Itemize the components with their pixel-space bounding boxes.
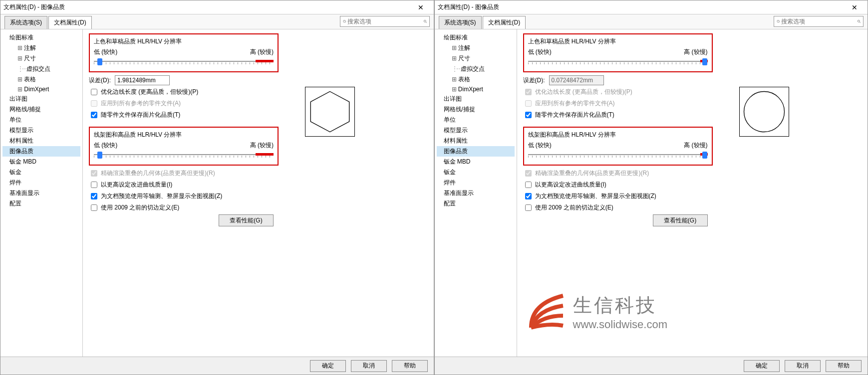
sidebar-item[interactable]: 模型显示 (2, 125, 80, 136)
wireframe-quality-group: 线架图和高品质 HLR/HLV 分辨率 低 (较快)高 (较慢) (523, 127, 713, 166)
save-tessellation-checkbox[interactable]: 随零件文件保存面片化品质(T) (89, 110, 180, 120)
window-title: 文档属性(D) - 图像品质 (3, 3, 411, 11)
search-icon (423, 18, 427, 25)
cancel-button[interactable]: 取消 (351, 360, 387, 372)
precise-render-checkbox: 精确渲染重叠的几何体(品质更高但更慢)(R) (89, 169, 215, 178)
tab-document-properties[interactable]: 文档属性(D) (483, 16, 526, 29)
sidebar-item[interactable]: 虚拟交点 (437, 64, 515, 74)
optimize-edge-checkbox: 优化边线长度 (更高品质，但较慢)(P) (523, 87, 632, 97)
sidebar-item[interactable]: 材料属性 (437, 136, 515, 146)
sidebar-item[interactable]: DimXpert (2, 85, 80, 94)
quality-preview (305, 87, 355, 137)
wireframe-slider[interactable] (94, 151, 274, 160)
shaded-slider[interactable] (528, 57, 708, 66)
wireframe-quality-group: 线架图和高品质 HLR/HLV 分辨率 低 (较快)高 (较慢) (89, 127, 279, 166)
window-title: 文档属性(D) - 图像品质 (438, 3, 845, 11)
tab-system-options[interactable]: 系统选项(S) (439, 16, 482, 29)
deviation-input (549, 75, 604, 85)
shaded-quality-group: 上色和草稿品质 HLR/HLV 分辨率 低 (较快)高 (较慢) (523, 33, 713, 72)
sidebar-item[interactable]: 图像品质 (2, 146, 80, 157)
save-tessellation-checkbox[interactable]: 随零件文件保存面片化品质(T) (523, 110, 614, 120)
deviation-label: 误差(D): (523, 76, 545, 85)
sidebar-item[interactable]: 配置 (437, 198, 515, 209)
help-button[interactable]: 帮助 (826, 360, 862, 372)
deviation-input[interactable] (115, 75, 170, 85)
sidebar-item[interactable]: 绘图标准 (437, 32, 515, 43)
sidebar-item[interactable]: 表格 (2, 74, 80, 85)
shaded-title: 上色和草稿品质 HLR/HLV 分辨率 (94, 37, 274, 46)
sidebar-item[interactable]: 焊件 (437, 178, 515, 188)
deviation-label: 误差(D): (89, 76, 111, 85)
sidebar-item[interactable]: 钣金 MBD (2, 157, 80, 167)
svg-line-4 (860, 22, 861, 23)
sidebar-item[interactable]: 注解 (437, 43, 515, 53)
search-input[interactable] (780, 17, 857, 25)
shaded-slider[interactable] (94, 57, 274, 66)
watermark: 生信科技www.solidwise.com (527, 292, 668, 332)
search-box[interactable] (774, 16, 864, 27)
sidebar: 绘图标准注解尺寸虚拟交点表格DimXpert出详图网格线/捕捉单位模型显示材料属… (435, 29, 517, 357)
gear-icon (776, 18, 780, 25)
tab-system-options[interactable]: 系统选项(S) (4, 16, 47, 29)
close-icon[interactable]: ✕ (411, 3, 431, 11)
sidebar-item[interactable]: 网格线/捕捉 (437, 104, 515, 115)
sidebar-item[interactable]: 图像品质 (437, 146, 515, 157)
quality-preview (739, 87, 789, 137)
sidebar-item[interactable]: 出详图 (437, 94, 515, 104)
sidebar-item[interactable]: 出详图 (2, 94, 80, 104)
wireframe-title: 线架图和高品质 HLR/HLV 分辨率 (94, 131, 274, 139)
ok-button[interactable]: 确定 (310, 360, 346, 372)
view-performance-button[interactable]: 查看性能(G) (219, 214, 274, 226)
sidebar-item[interactable]: 模型显示 (437, 125, 515, 136)
svg-point-3 (858, 20, 860, 22)
sidebar-item[interactable]: 基准面显示 (437, 188, 515, 198)
sidebar-item[interactable]: 焊件 (2, 178, 80, 188)
use-2009-checkbox[interactable]: 使用 2009 之前的切边定义(E) (523, 203, 613, 212)
search-icon (857, 18, 861, 25)
apply-all-checkbox: 应用到所有参考的零件文件(A) (523, 99, 615, 108)
svg-point-5 (744, 92, 784, 132)
sidebar-item[interactable]: 单位 (437, 115, 515, 125)
iso-preview-checkbox[interactable]: 为文档预览使用等轴测、整屏显示全图视图(Z) (523, 191, 656, 201)
sidebar-item[interactable]: 钣金 (2, 167, 80, 178)
sidebar-item[interactable]: 表格 (437, 74, 515, 85)
shaded-title: 上色和草稿品质 HLR/HLV 分辨率 (528, 37, 708, 46)
sidebar-item[interactable]: 材料属性 (2, 136, 80, 146)
sidebar-item[interactable]: 基准面显示 (2, 188, 80, 198)
improve-curve-checkbox[interactable]: 以更高设定改进曲线质量(I) (523, 180, 606, 189)
wireframe-title: 线架图和高品质 HLR/HLV 分辨率 (528, 131, 708, 139)
cancel-button[interactable]: 取消 (785, 360, 821, 372)
help-button[interactable]: 帮助 (392, 360, 428, 372)
sidebar-item[interactable]: DimXpert (437, 85, 515, 94)
view-performance-button[interactable]: 查看性能(G) (653, 214, 708, 226)
sidebar-item[interactable]: 钣金 (437, 167, 515, 178)
svg-marker-2 (310, 92, 349, 132)
sidebar-item[interactable]: 虚拟交点 (2, 64, 80, 74)
sidebar-item[interactable]: 网格线/捕捉 (2, 104, 80, 115)
sidebar: 绘图标准注解尺寸虚拟交点表格DimXpert出详图网格线/捕捉单位模型显示材料属… (0, 29, 83, 357)
sidebar-item[interactable]: 绘图标准 (2, 32, 80, 43)
optimize-edge-checkbox[interactable]: 优化边线长度 (更高品质，但较慢)(P) (89, 87, 198, 97)
search-box[interactable] (340, 16, 430, 27)
tab-document-properties[interactable]: 文档属性(D) (48, 16, 92, 29)
close-icon[interactable]: ✕ (845, 3, 865, 11)
search-input[interactable] (346, 17, 423, 25)
precise-render-checkbox: 精确渲染重叠的几何体(品质更高但更慢)(R) (523, 169, 649, 178)
svg-point-0 (424, 20, 426, 22)
sidebar-item[interactable]: 尺寸 (437, 53, 515, 64)
use-2009-checkbox[interactable]: 使用 2009 之前的切边定义(E) (89, 203, 179, 212)
iso-preview-checkbox[interactable]: 为文档预览使用等轴测、整屏显示全图视图(Z) (89, 191, 222, 201)
wireframe-slider[interactable] (528, 151, 708, 160)
gear-icon (342, 18, 346, 25)
sidebar-item[interactable]: 注解 (2, 43, 80, 53)
shaded-quality-group: 上色和草稿品质 HLR/HLV 分辨率 低 (较快)高 (较慢) (89, 33, 279, 72)
sidebar-item[interactable]: 钣金 MBD (437, 157, 515, 167)
sidebar-item[interactable]: 单位 (2, 115, 80, 125)
sidebar-item[interactable]: 配置 (2, 198, 80, 209)
svg-line-1 (426, 22, 427, 23)
sidebar-item[interactable]: 尺寸 (2, 53, 80, 64)
ok-button[interactable]: 确定 (744, 360, 780, 372)
improve-curve-checkbox[interactable]: 以更高设定改进曲线质量(I) (89, 180, 172, 189)
apply-all-checkbox: 应用到所有参考的零件文件(A) (89, 99, 181, 108)
